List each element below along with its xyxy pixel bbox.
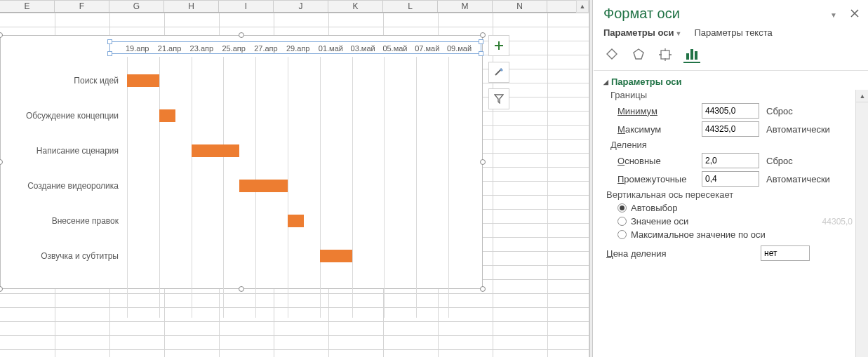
chevron-down-icon[interactable]: ▼ [675,30,681,37]
col-header[interactable]: M [438,1,493,12]
close-icon[interactable] [850,8,860,18]
major-reset-button[interactable]: Сброс [766,156,793,166]
col-header[interactable]: N [493,1,547,12]
chart-bar[interactable] [159,109,175,122]
column-header-row: E F G H I J K L M N [0,0,589,13]
tab-axis-options[interactable]: Параметры оси [603,27,674,38]
effects-icon[interactable] [630,46,647,63]
min-label: Минимум [617,106,702,116]
vertical-axis-crosses-heading: Вертикальная ось пересекает [606,189,858,200]
col-header[interactable]: H [164,1,219,12]
max-label: ММаксимумаксимум [617,124,702,135]
svg-marker-0 [634,49,643,59]
worksheet-grid[interactable]: E F G H I J K L M N ▲ [0,0,589,357]
radio-icon [617,203,627,213]
pane-title: Формат оси [594,0,868,26]
col-header[interactable]: L [383,1,438,12]
col-header[interactable]: E [0,1,55,12]
svg-rect-2 [686,53,689,60]
units-heading: Деления [610,140,858,150]
chart-bar[interactable] [239,180,288,192]
col-header[interactable]: J [274,1,328,12]
chart-styles-button[interactable] [488,62,509,83]
minor-state: Автоматически [766,174,830,184]
chart-category-label[interactable]: Внесение правок [0,216,119,226]
cross-value-hint: 44305,0 [822,217,853,227]
display-units-select[interactable] [761,245,810,261]
size-properties-icon[interactable] [657,46,674,63]
chart-category-label[interactable]: Озвучка и субтитры [0,251,119,261]
minor-input[interactable] [702,171,759,187]
max-input[interactable] [702,121,759,137]
chart-category-label[interactable]: Написание сценария [0,146,119,156]
col-header[interactable]: I [219,1,274,12]
col-header[interactable]: G [109,1,164,12]
chart-bar[interactable] [127,74,159,87]
fill-line-icon[interactable] [603,46,620,63]
pane-options-dropdown-icon[interactable]: ▼ [830,11,837,19]
chart-category-label[interactable]: Поиск идей [0,76,119,86]
axis-label-selection[interactable] [109,41,481,54]
cross-value-radio[interactable]: Значение оси 44305,0 [617,216,858,227]
major-label: Основные [617,156,702,166]
radio-icon [617,230,627,239]
min-input[interactable] [702,103,759,119]
chart-category-label[interactable]: Обсуждение концепции [0,111,119,121]
svg-rect-3 [690,49,693,60]
minor-label: Промежуточные [617,174,702,184]
svg-rect-1 [661,50,669,59]
max-state: Автоматически [766,124,830,135]
chart-bar[interactable] [320,250,352,262]
chart-bar[interactable] [288,215,304,227]
svg-rect-4 [695,51,697,60]
radio-icon [617,217,627,226]
col-header[interactable]: F [55,1,109,12]
bounds-heading: Границы [610,90,858,100]
chart-filters-button[interactable] [488,88,509,109]
cross-max-radio[interactable]: Максимальное значение по оси [617,229,858,240]
display-units-label: Цена деления [606,248,761,259]
major-input[interactable] [702,153,759,168]
col-header[interactable]: K [328,1,383,12]
pane-splitter[interactable] [589,0,593,357]
min-reset-button[interactable]: Сброс [766,106,793,116]
chart-elements-button[interactable] [488,35,509,56]
chart-category-label[interactable]: Создание видеоролика [0,181,119,191]
chart-plot-area[interactable] [127,57,481,318]
scroll-up-icon[interactable]: ▲ [576,0,589,13]
cross-auto-radio[interactable]: Автовыбор [617,203,858,213]
pane-scrollbar[interactable]: ▲ [855,90,868,357]
chart-bar[interactable] [192,144,240,157]
section-axis-options[interactable]: Параметры оси [603,76,858,87]
pane-icon-tabs [594,43,868,71]
tab-text-options[interactable]: Параметры текста [694,27,772,38]
pane-subtabs: Параметры оси▼ Параметры текста [594,26,868,43]
scroll-up-icon[interactable]: ▲ [856,90,868,102]
axis-options-icon[interactable] [683,46,700,63]
chart-object[interactable]: 19.апр 21.апр 23.апр 25.апр 27.апр 29.ап… [0,35,483,289]
format-axis-pane: Формат оси ▼ Параметры оси▼ Параметры те… [594,0,868,357]
